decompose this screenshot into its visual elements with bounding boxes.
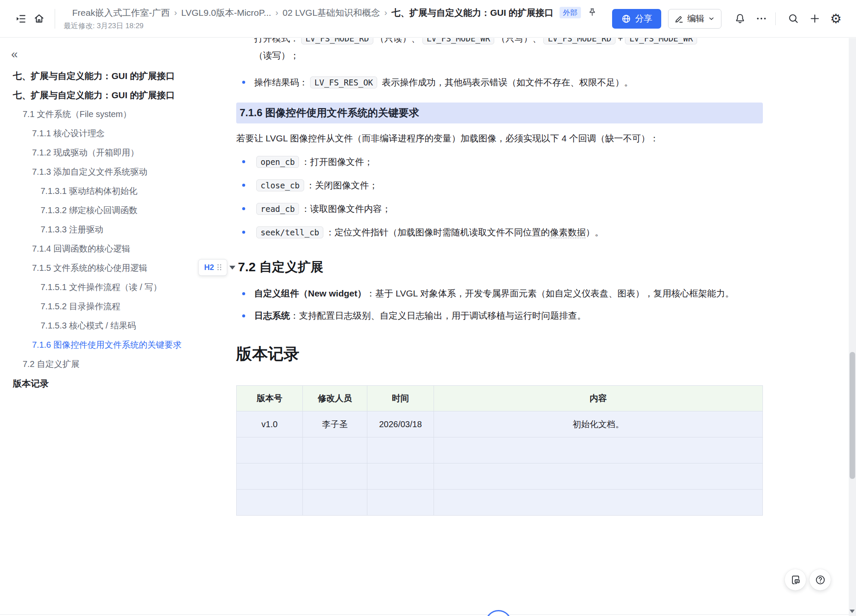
toolbar-right: 分享 编辑	[612, 9, 845, 29]
table-header-cell: 版本号	[237, 386, 303, 411]
toc-item[interactable]: 7.2 自定义扩展	[0, 355, 196, 374]
table-cell-author[interactable]	[303, 437, 367, 463]
code-chip: LV_FS_MODE_WR	[422, 38, 495, 44]
toc-item[interactable]: 7.1.4 回调函数的核心逻辑	[0, 239, 196, 258]
scrollbar-track[interactable]	[849, 38, 856, 616]
table-header-cell: 时间	[367, 386, 434, 411]
toc-item[interactable]: 7.1.5 文件系统的核心使用逻辑	[0, 258, 196, 278]
scrollbar-down-arrow-icon[interactable]	[850, 610, 855, 613]
toc-item[interactable]: 版本记录	[0, 374, 196, 393]
search-icon[interactable]	[784, 10, 802, 28]
table-head: 版本号修改人员时间内容	[237, 386, 763, 411]
toc-item[interactable]: 七、扩展与自定义能力：GUI 的扩展接口	[0, 66, 196, 85]
table-row	[237, 490, 763, 516]
table-cell-date[interactable]: 2026/03/18	[367, 411, 434, 437]
breadcrumb-separator: ›	[384, 8, 387, 18]
toc-item[interactable]: 7.1.3 添加自定义文件系统驱动	[0, 162, 196, 182]
toc-item[interactable]: 7.1 文件系统（File system）	[0, 105, 196, 124]
toolbar-left: Freak嵌入式工作室-广西 › LVGL9.0版本-MicroP... › 0…	[12, 7, 598, 31]
toc-item[interactable]: 7.1.3.2 绑定核心回调函数	[0, 201, 196, 220]
table-cell-content[interactable]	[434, 490, 763, 516]
paragraph-716-intro: 若要让 LVGL 图像控件从文件（而非编译进程序的变量）加载图像，必须实现以下 …	[236, 131, 763, 146]
feature-item: 日志系统：支持配置日志级别、自定义日志输出，用于调试移植与运行时问题排查。	[236, 308, 763, 324]
feature-item: 自定义组件（New widget）：基于 LVGL 对象体系，开发专属界面元素（…	[236, 285, 763, 302]
pencil-icon	[674, 14, 684, 23]
code-chip: seek/tell_cb	[256, 226, 323, 238]
help-icon	[815, 574, 826, 586]
heading-type-badge[interactable]: H2	[198, 259, 227, 276]
code-chip: LV_FS_MODE_WR	[625, 38, 697, 44]
help-button[interactable]	[809, 569, 831, 590]
toc-item[interactable]: 7.1.5.1 文件操作流程（读 / 写）	[0, 278, 196, 297]
table-cell-date[interactable]	[367, 463, 434, 490]
scrollbar-thumb[interactable]	[850, 352, 855, 479]
bullet-dot	[242, 184, 245, 187]
bell-icon[interactable]	[731, 10, 749, 28]
pin-icon[interactable]	[587, 7, 598, 18]
edit-button[interactable]: 编辑	[668, 9, 721, 29]
breadcrumb-item[interactable]: › 七、扩展与自定义能力：GUI 的扩展接口	[380, 7, 554, 19]
toc-item[interactable]: 7.1.3.1 驱动结构体初始化	[0, 182, 196, 201]
table-cell-version[interactable]	[237, 437, 303, 463]
table-body: v1.0 李子圣 2026/03/18 初始化文档。	[237, 411, 763, 516]
breadcrumb-item[interactable]: Freak嵌入式工作室-广西	[64, 7, 170, 19]
callback-item: read_cb：读取图像文件内容；	[236, 202, 763, 216]
collapse-triangle-icon[interactable]	[229, 266, 235, 270]
table-cell-date[interactable]	[367, 490, 434, 516]
table-cell-content[interactable]: 初始化文档。	[434, 411, 763, 437]
toc-item[interactable]: 7.1.3.3 注册驱动	[0, 220, 196, 239]
table-cell-content[interactable]	[434, 463, 763, 490]
bullet-dot	[242, 207, 245, 210]
breadcrumb-item[interactable]: › LVGL9.0版本-MicroP...	[170, 7, 271, 19]
breadcrumb-separator: ›	[276, 8, 278, 18]
document-canvas[interactable]: 打开模式：LV_FS_MODE_RD（只读）、LV_FS_MODE_WR（只写）…	[196, 38, 848, 616]
code-chip: open_cb	[256, 156, 299, 168]
home-icon[interactable]	[30, 10, 48, 28]
toc-item[interactable]: 7.1.5.3 核心模式 / 结果码	[0, 316, 196, 335]
breadcrumb-item[interactable]: › 02 LVGL基础知识和概念	[271, 7, 380, 19]
table-cell-author[interactable]	[303, 490, 367, 516]
table-cell-content[interactable]	[434, 437, 763, 463]
toc-item[interactable]: 7.1.1 核心设计理念	[0, 124, 196, 143]
more-icon[interactable]	[752, 10, 770, 28]
share-button[interactable]: 分享	[612, 9, 661, 29]
toc-item[interactable]: 七、扩展与自定义能力：GUI 的扩展接口	[0, 85, 196, 105]
share-label: 分享	[635, 13, 652, 24]
heading-version-log: 版本记录	[236, 343, 763, 365]
breadcrumb-separator: ›	[174, 8, 177, 18]
plus-icon[interactable]	[806, 10, 824, 28]
toc-item[interactable]: 7.1.6 图像控件使用文件系统的关键要求	[0, 335, 196, 355]
code-chip: LV_FS_RES_OK	[310, 76, 377, 88]
table-header-cell: 修改人员	[303, 386, 367, 411]
h2-badge-label: H2	[204, 263, 214, 272]
outline-toggle-icon[interactable]	[12, 10, 30, 28]
toc: 七、扩展与自定义能力：GUI 的扩展接口 七、扩展与自定义能力：GUI 的扩展接…	[0, 66, 196, 393]
callback-item: seek/tell_cb：定位文件指针（加载图像时需随机读取文件不同位置的像素数…	[236, 225, 763, 240]
callback-list: open_cb：打开图像文件； close_cb：关闭图像文件； read_cb…	[236, 155, 763, 240]
table-cell-version[interactable]: v1.0	[237, 411, 303, 437]
table-cell-version[interactable]	[237, 463, 303, 490]
annotation-button[interactable]	[785, 569, 806, 590]
table-row: v1.0 李子圣 2026/03/18 初始化文档。	[237, 411, 763, 437]
heading-7-2: 7.2 自定义扩展	[238, 258, 323, 276]
table-cell-date[interactable]	[367, 437, 434, 463]
settings-gear-icon[interactable]: ⚙	[827, 10, 845, 28]
toolbar-divider	[55, 9, 55, 29]
drag-handle-icon[interactable]	[217, 264, 221, 270]
toc-item[interactable]: 7.1.2 现成驱动（开箱即用）	[0, 143, 196, 162]
bottom-bar-edge	[0, 614, 849, 615]
annotation-icon	[790, 574, 801, 586]
toc-item[interactable]: 7.1.5.2 目录操作流程	[0, 297, 196, 316]
table-cell-version[interactable]	[237, 490, 303, 516]
result-code-item: 操作结果码：LV_FS_RES_OK 表示操作成功，其他码表示错误（如文件不存在…	[236, 75, 763, 90]
bullet-dot	[242, 292, 245, 295]
version-table[interactable]: 版本号修改人员时间内容 v1.0 李子圣 2026/03/18 初始化文档。	[236, 385, 763, 516]
breadcrumb-row: Freak嵌入式工作室-广西 › LVGL9.0版本-MicroP... › 0…	[64, 7, 598, 19]
external-badge: 外部	[560, 7, 581, 18]
collapse-sidebar-icon[interactable]: «	[11, 48, 26, 60]
table-cell-author[interactable]: 李子圣	[303, 411, 367, 437]
table-row	[237, 463, 763, 490]
table-cell-author[interactable]	[303, 463, 367, 490]
document-body: 打开模式：LV_FS_MODE_RD（只读）、LV_FS_MODE_WR（只写）…	[236, 38, 763, 516]
code-chip: read_cb	[256, 203, 299, 215]
